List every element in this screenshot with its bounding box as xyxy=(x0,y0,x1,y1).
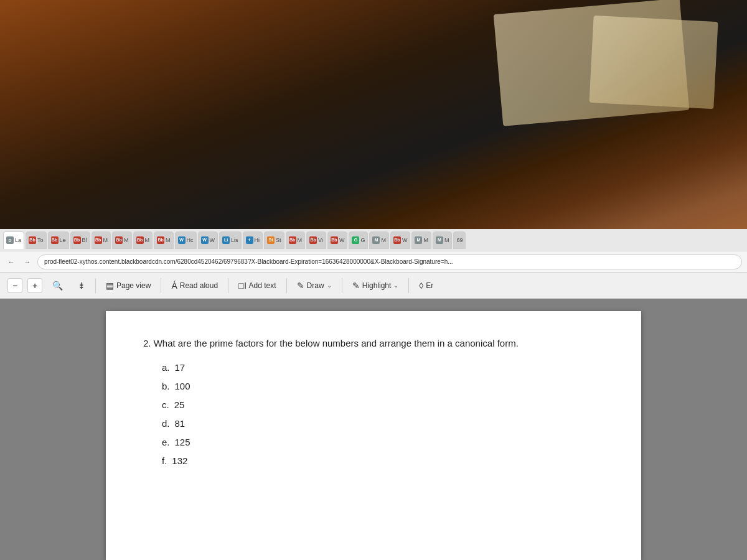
tab-17[interactable]: M M xyxy=(369,231,389,249)
tab-label-10: Lis xyxy=(231,237,238,243)
m-icon-2: M xyxy=(415,236,422,244)
separator-5 xyxy=(342,278,342,293)
bb-icon-3: Bb xyxy=(73,236,81,244)
m-icon-1: M xyxy=(372,236,380,244)
url-bar[interactable]: prod-fleet02-xythos.content.blackboardcd… xyxy=(37,254,742,269)
answer-value-b: 100 xyxy=(175,377,190,396)
bb-icon-6: Bb xyxy=(136,236,144,244)
tab-7[interactable]: Bb M xyxy=(154,231,174,249)
tab-10[interactable]: Li Lis xyxy=(219,231,242,249)
tab-label-7: M xyxy=(166,237,171,243)
tab-label-21: 69 xyxy=(456,237,463,243)
answer-value-f: 132 xyxy=(172,452,187,470)
tab-14[interactable]: Bb Vi xyxy=(306,231,326,249)
answer-letter-b: b. xyxy=(162,377,170,396)
tab-label-14: Vi xyxy=(318,237,323,243)
page-view-button[interactable]: ▤ Page view xyxy=(101,278,156,293)
pdf-content-area: 2. What are the prime factors for the be… xyxy=(0,299,747,560)
bb-icon-8: Bb xyxy=(289,236,296,244)
bb-icon-11: Bb xyxy=(393,236,401,244)
w-icon-2: W xyxy=(201,236,209,244)
tab-label-6: M xyxy=(145,237,150,243)
m-icon-3: M xyxy=(436,236,443,244)
erase-label: Er xyxy=(426,281,433,290)
highlight-button[interactable]: ✎ Highlight ⌄ xyxy=(347,278,404,293)
photo-background xyxy=(0,0,747,243)
read-aloud-label: Read aloud xyxy=(180,281,218,290)
tab-label-3: Bl xyxy=(82,237,87,243)
draw-dropdown-arrow: ⌄ xyxy=(327,282,332,289)
tab-8[interactable]: W Hc xyxy=(175,231,197,249)
back-button[interactable]: ← xyxy=(5,256,17,268)
tab-11[interactable]: + Hi xyxy=(243,231,263,249)
bb-icon-2: Bb xyxy=(51,236,59,244)
answer-value-a: 17 xyxy=(175,358,186,377)
pdf-toolbar: − + 🔍 ⇟ ▤ Page view Á Read aloud □Ⅰ Add… xyxy=(0,273,747,299)
tab-16[interactable]: G G xyxy=(349,231,368,249)
forward-button[interactable]: → xyxy=(21,256,34,268)
read-aloud-button[interactable]: Á Read aloud xyxy=(166,278,223,293)
tab-21[interactable]: 69 xyxy=(453,231,466,249)
tab-20[interactable]: M M xyxy=(433,231,453,249)
tab-label-18: W xyxy=(402,237,408,243)
add-text-button[interactable]: □Ⅰ Add text xyxy=(233,278,281,293)
tab-12[interactable]: St St xyxy=(264,231,284,249)
answer-value-e: 125 xyxy=(175,433,190,452)
separator-6 xyxy=(408,278,409,293)
zoom-in-button[interactable]: + xyxy=(27,278,42,293)
bb-icon-1: Bb xyxy=(29,236,36,244)
list-item-e: e. 125 xyxy=(162,433,604,452)
plus-icon: + xyxy=(246,236,253,244)
bb-icon-9: Bb xyxy=(309,236,317,244)
tab-bar: D La Bb To Bb Le Bb Bl Bb M Bb M Bb M Bb xyxy=(0,229,747,251)
fit-icon: ⇟ xyxy=(78,281,85,291)
list-item-d: d. 81 xyxy=(162,414,604,433)
li-icon: Li xyxy=(222,236,230,244)
tab-label-4: M xyxy=(103,237,108,243)
page-view-icon: ▤ xyxy=(106,281,114,291)
search-button[interactable]: 🔍 xyxy=(47,278,68,293)
separator-2 xyxy=(161,278,161,293)
tab-3[interactable]: Bb Bl xyxy=(70,231,90,249)
tab-label-9: W xyxy=(210,237,215,243)
g-icon: G xyxy=(352,236,359,244)
answer-letter-a: a. xyxy=(162,358,170,377)
fit-page-button[interactable]: ⇟ xyxy=(73,278,90,293)
tab-4[interactable]: Bb M xyxy=(92,231,111,249)
erase-button[interactable]: ◊ Er xyxy=(414,278,438,293)
tab-2[interactable]: Bb Le xyxy=(48,231,69,249)
tab-label: La xyxy=(15,237,21,243)
tab-18[interactable]: Bb W xyxy=(390,231,411,249)
tab-label-15: W xyxy=(339,237,345,243)
tab-label-8: Hc xyxy=(187,237,194,243)
tab-6[interactable]: Bb M xyxy=(133,231,153,249)
answer-list: a. 17 b. 100 c. 25 d. 81 e. 125 xyxy=(143,358,604,470)
separator-1 xyxy=(95,278,96,293)
tab-label-17: M xyxy=(381,237,386,243)
tab-15[interactable]: Bb W xyxy=(327,231,348,249)
tab-label-11: Hi xyxy=(255,237,260,243)
draw-button[interactable]: ✎ Draw ⌄ xyxy=(292,278,337,293)
w-icon-1: W xyxy=(178,236,186,244)
address-bar: ← → prod-fleet02-xythos.content.blackboa… xyxy=(0,251,747,273)
tab-5[interactable]: Bb M xyxy=(112,231,132,249)
tab-13[interactable]: Bb M xyxy=(286,231,306,249)
tab-19[interactable]: M M xyxy=(411,231,431,249)
add-text-label: Add text xyxy=(249,281,276,290)
tab-9[interactable]: W W xyxy=(198,231,218,249)
add-text-icon: □Ⅰ xyxy=(238,281,246,291)
separator-4 xyxy=(286,278,287,293)
tab-1[interactable]: Bb To xyxy=(26,231,47,249)
read-aloud-icon: Á xyxy=(171,281,177,291)
tab-label-20: M xyxy=(444,237,449,243)
page-view-label: Page view xyxy=(116,281,151,290)
zoom-out-button[interactable]: − xyxy=(7,278,22,293)
tab-new-doc[interactable]: D La xyxy=(3,231,24,249)
tab-label-1: To xyxy=(37,237,44,243)
search-icon: 🔍 xyxy=(52,281,63,291)
browser-chrome: D La Bb To Bb Le Bb Bl Bb M Bb M Bb M Bb xyxy=(0,229,747,560)
tab-label-2: Le xyxy=(60,237,66,243)
tab-label-13: M xyxy=(298,237,303,243)
draw-label: Draw xyxy=(307,281,324,290)
separator-3 xyxy=(228,278,228,293)
